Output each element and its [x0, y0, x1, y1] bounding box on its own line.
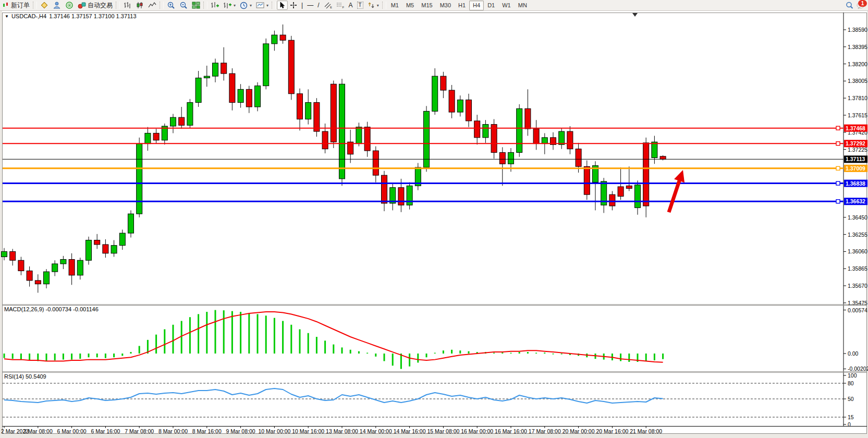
- time-axis-label: 20 Mar 16:00: [596, 428, 628, 434]
- data-window-icon: [53, 2, 61, 9]
- price-axis-tick: 1.38395: [848, 44, 867, 50]
- chart-symbol-period: USDCAD-,H4: [11, 13, 46, 19]
- macd-axis-tick: 0.00: [848, 350, 859, 357]
- line-handle[interactable]: [836, 166, 840, 170]
- candle: [635, 185, 641, 208]
- rsi-axis-tick: 0: [848, 421, 851, 428]
- search-icon[interactable]: [846, 2, 853, 9]
- candle: [466, 100, 472, 121]
- price-axis-tick: 1.36060: [848, 248, 867, 254]
- text-label-icon: T: [357, 2, 363, 9]
- market-watch-button[interactable]: [38, 1, 51, 10]
- timeframe-mn-button[interactable]: MN: [515, 1, 531, 10]
- zoom-out-button[interactable]: [177, 1, 190, 10]
- price-axis-tick: 1.37810: [848, 95, 867, 101]
- chevron-down-icon: ▾: [266, 3, 268, 8]
- timeframe-m5-button[interactable]: M5: [402, 1, 418, 10]
- time-axis-label: 8 Mar 16:00: [192, 428, 222, 434]
- time-axis-label: 6 Mar 00:00: [57, 428, 87, 434]
- price-axis-tick: 1.38005: [848, 78, 867, 84]
- new-order-button[interactable]: 新订单: [0, 1, 32, 10]
- candle: [339, 84, 345, 179]
- candle: [584, 166, 590, 194]
- auto-trading-button[interactable]: 自动交易: [76, 1, 115, 10]
- candle: [221, 63, 227, 74]
- fibonacci-tool-button[interactable]: F: [334, 1, 347, 10]
- arrows-tool-button[interactable]: ▾: [365, 1, 381, 10]
- notifications-button[interactable]: 1: [857, 2, 865, 9]
- candle: [128, 214, 134, 233]
- templates-button[interactable]: ▾: [254, 1, 271, 10]
- zoom-in-button[interactable]: [165, 1, 177, 10]
- cursor-tool-button[interactable]: [277, 1, 288, 10]
- tile-windows-button[interactable]: [190, 1, 202, 10]
- candle: [111, 246, 117, 253]
- price-level-label-text: 1.37009: [846, 165, 865, 172]
- line-chart-button[interactable]: [146, 1, 158, 10]
- bar-chart-button[interactable]: [121, 1, 133, 10]
- candle: [373, 151, 378, 175]
- candle: [559, 131, 565, 144]
- candle: [179, 117, 185, 125]
- line-handle[interactable]: [836, 142, 840, 145]
- candle: [643, 143, 649, 206]
- chart-mini-icon: [2, 2, 9, 9]
- timeframe-d1-button[interactable]: D1: [484, 1, 498, 10]
- collapse-triangle-icon[interactable]: ▼: [5, 14, 9, 19]
- vertical-line-tool-button[interactable]: |: [299, 1, 305, 10]
- candle: [246, 89, 252, 107]
- candle: [449, 90, 455, 112]
- candle: [2, 251, 7, 257]
- candle: [280, 35, 286, 40]
- price-axis-tick: 1.36450: [848, 214, 867, 221]
- candle: [27, 271, 32, 280]
- crosshair-tool-button[interactable]: [288, 1, 299, 10]
- time-axis-label: 14 Mar 16:00: [394, 428, 426, 434]
- trendline-tool-button[interactable]: /: [315, 1, 321, 10]
- price-axis-tick: 1.35865: [848, 265, 867, 272]
- line-handle[interactable]: [836, 200, 840, 203]
- timeframe-m1-button[interactable]: M1: [387, 1, 402, 10]
- timeframe-m15-button[interactable]: M15: [418, 1, 436, 10]
- macd-axis-tick: 0.005741: [848, 307, 868, 313]
- zoom-in-icon: [167, 2, 175, 9]
- line-handle[interactable]: [836, 126, 840, 130]
- timeframe-h1-button[interactable]: H1: [455, 1, 469, 10]
- candle: [60, 260, 66, 264]
- price-level-label-text: 1.37113: [846, 156, 865, 162]
- time-axis-label: 9 Mar 08:00: [226, 428, 255, 434]
- arrows-icon: [368, 2, 375, 9]
- data-window-button[interactable]: [51, 1, 63, 10]
- line-handle[interactable]: [836, 181, 840, 185]
- candle: [153, 133, 159, 140]
- periods-clock-icon: [240, 2, 248, 9]
- candle: [35, 281, 41, 284]
- price-level-label-text: 1.37468: [846, 125, 865, 131]
- periods-button[interactable]: ▾: [238, 1, 254, 10]
- candle: [137, 144, 142, 214]
- navigator-button[interactable]: [63, 1, 76, 10]
- templates-icon: [256, 2, 264, 9]
- text-tool-button[interactable]: A: [347, 1, 355, 10]
- candle: [609, 194, 615, 206]
- candlestick-chart-button[interactable]: [133, 1, 146, 10]
- chart-canvas[interactable]: 1.385901.383951.382001.380051.378101.376…: [0, 0, 868, 438]
- new-bar-chart-button[interactable]: [209, 1, 221, 10]
- candle: [288, 40, 294, 94]
- timeframe-toolbar: M1 M5 M15 M30 H1 H4 D1 W1 MN: [387, 1, 531, 10]
- indicator-windows-button[interactable]: ▾: [221, 1, 238, 10]
- timeframe-w1-button[interactable]: W1: [498, 1, 515, 10]
- auto-trading-label: 自动交易: [88, 1, 113, 10]
- price-axis-tick: 1.38200: [848, 61, 867, 67]
- candle: [103, 245, 108, 253]
- time-axis-label: 15 Mar 08:00: [427, 428, 459, 434]
- chevron-down-icon: ▾: [234, 3, 236, 8]
- equidistant-channel-tool-button[interactable]: E: [322, 1, 334, 10]
- timeframe-m30-button[interactable]: M30: [436, 1, 455, 10]
- timeframe-h4-button[interactable]: H4: [469, 1, 484, 10]
- market-watch-icon: [40, 2, 48, 9]
- toolbar: 新订单: [0, 0, 868, 11]
- horizontal-line-tool-button[interactable]: —: [305, 1, 315, 10]
- text-label-tool-button[interactable]: T: [355, 1, 365, 10]
- horizontal-line-icon: —: [307, 2, 313, 8]
